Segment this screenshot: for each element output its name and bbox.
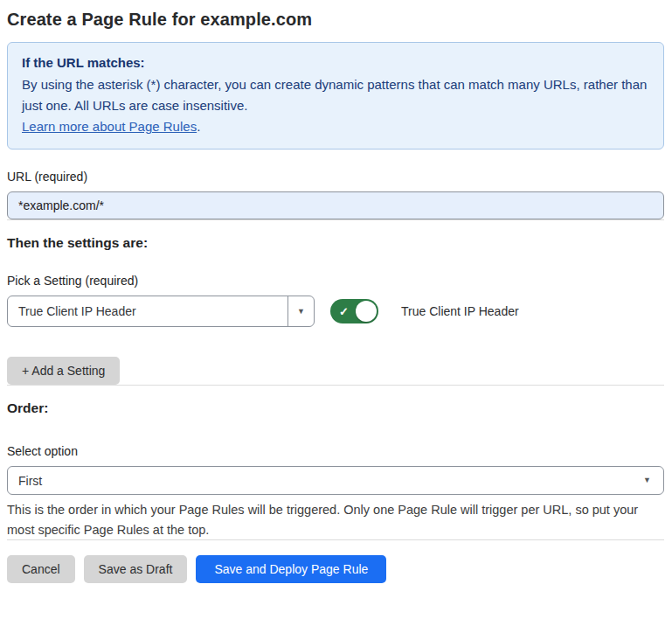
section-divider [7,219,664,220]
create-page-rule-form: Create a Page Rule for example.com If th… [0,0,672,583]
url-match-info-box: If the URL matches: By using the asteris… [7,42,664,150]
footer-divider [7,539,664,540]
setting-row: True Client IP Header ▼ ✓ True Client IP… [7,296,664,327]
order-select[interactable]: First ▼ [7,466,664,495]
section-divider [7,385,664,386]
order-select-value: First [8,474,643,488]
order-help-text: This is the order in which your Page Rul… [7,500,658,539]
page-title: Create a Page Rule for example.com [7,7,664,31]
toggle-knob [356,301,377,322]
pick-setting-label: Pick a Setting (required) [7,273,664,289]
url-field-label: URL (required) [7,169,664,184]
select-option-label: Select option [7,443,664,459]
link-suffix: . [197,119,200,134]
save-as-draft-button[interactable]: Save as Draft [84,555,188,583]
save-and-deploy-button[interactable]: Save and Deploy Page Rule [196,555,386,583]
info-box-link-line: Learn more about Page Rules. [22,116,649,137]
learn-more-link[interactable]: Learn more about Page Rules [22,119,197,134]
true-client-ip-toggle[interactable]: ✓ [330,299,378,323]
info-box-body: By using the asterisk (*) character, you… [22,74,649,116]
order-section-heading: Order: [7,400,664,417]
cancel-button[interactable]: Cancel [7,555,75,583]
info-box-heading: If the URL matches: [22,52,649,73]
footer-buttons: Cancel Save as Draft Save and Deploy Pag… [7,555,664,583]
setting-select-arrow-button[interactable]: ▼ [288,296,314,326]
url-input[interactable] [7,191,664,219]
add-setting-button[interactable]: + Add a Setting [7,357,120,385]
chevron-down-icon: ▼ [297,308,305,316]
setting-select-value: True Client IP Header [8,304,288,318]
setting-select[interactable]: True Client IP Header ▼ [7,296,315,327]
chevron-down-icon: ▼ [643,476,663,484]
settings-section-heading: Then the settings are: [7,234,664,252]
toggle-label: True Client IP Header [401,304,519,318]
check-icon: ✓ [339,306,349,317]
